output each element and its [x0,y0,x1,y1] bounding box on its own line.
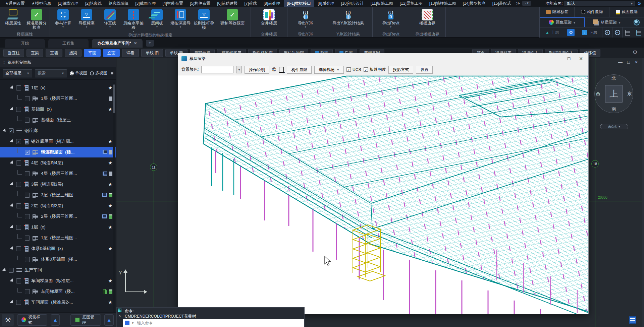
visibility-checkbox[interactable] [9,268,14,273]
tree-panel-toggle-button[interactable] [623,27,633,38]
color-render-button[interactable]: 颜色渲染▾ [540,17,585,27]
export-yjk-results-button[interactable]: (↓)导出YJK设计结果 [326,8,370,25]
tree-row[interactable]: 基础面 (楼层三... [0,115,116,125]
tree-row[interactable]: 钢连廊屋面 (钢连廊...★ [0,136,116,147]
tree-scrollbar[interactable] [113,82,115,312]
favorite-star-icon[interactable]: ★ [108,224,112,230]
tab-active-document[interactable]: 办公室及生产车间*✕ [92,39,143,48]
tree-row[interactable]: 体系0基础面 (楼... [0,254,116,265]
menu-overflow-icon[interactable]: ≫ [515,1,522,6]
ucs-checkbox[interactable]: ✓UCS [346,67,361,72]
close-icon[interactable]: ✕ [118,314,121,318]
doc-panel-toggle-button[interactable] [633,27,644,38]
visibility-checkbox[interactable] [9,128,14,133]
tree-row[interactable]: 2层 (钢连廊2层)★ [0,200,116,211]
toolbar-button[interactable]: 垂直柱 [3,49,24,57]
tree-row[interactable]: 车间梯屋面 (楼... [0,286,116,297]
search-input[interactable]: 搜索▼ [35,69,67,77]
menu-tab[interactable]: [3]截面管理 [132,0,159,7]
copyright-icon[interactable]: © [272,67,276,73]
link-badge-icon[interactable] [102,193,107,197]
compass-south-label[interactable]: 南 [612,106,616,112]
zoom-in-button[interactable]: + [602,27,612,38]
chevron-down-icon[interactable]: ▼ [131,322,134,325]
visibility-checkbox[interactable] [16,300,21,305]
tree-row[interactable]: 1层 (楼层三维图... [0,233,116,243]
favorite-star-icon[interactable]: ★ [108,107,112,112]
drag-grip-icon[interactable]: ⁞⁞ [3,60,6,65]
tab-start[interactable]: 开始 [5,39,45,48]
expand-arrow-icon[interactable] [10,278,14,283]
tree-row[interactable]: 4层 (钢连廊4层)★ [0,157,116,168]
tree-row[interactable]: 车间屋面 (标准层2-...★ [0,297,116,308]
component-visibility-button[interactable]: 构件显隐 [575,7,609,17]
tree-row[interactable]: 2层 (楼层三维图... [0,211,116,222]
tree-row[interactable]: 1层 (楼层三维图... [0,93,116,104]
wall-as-deep-beam-button[interactable]: 墙按深梁导▾ [169,8,192,28]
link-badge-icon[interactable] [102,214,107,218]
join-calc-button[interactable]: 参与计算▾ [52,8,74,28]
command-input[interactable] [136,320,302,326]
floor-settings-button[interactable]: ⚙ [565,27,577,38]
menu-tab[interactable]: [2]轮廓线 [82,0,105,7]
view-cube-compass[interactable]: 北 南 西 东 上 [594,74,633,113]
visibility-checkbox[interactable] [25,193,30,198]
menu-tab[interactable]: [1]轴线管理 [55,0,82,7]
base-map-button[interactable]: 底图管理 [70,314,101,326]
zoom-out-button[interactable]: − [612,27,623,38]
panel-header[interactable]: ⁞⁞视图控制面板 [0,58,116,67]
close-icon[interactable]: ✕ [579,56,583,61]
drag-grip-icon[interactable] [118,309,121,312]
visual-style-expand-button[interactable]: ▲ [51,314,60,326]
close-icon[interactable]: ✕ [134,41,137,46]
expand-arrow-icon[interactable] [10,203,14,208]
green-doc-badge-icon[interactable] [109,289,112,294]
visibility-checkbox[interactable] [25,214,30,219]
visibility-checkbox[interactable] [16,203,21,208]
component-visibility-button[interactable]: 构件显隐 [287,66,312,74]
menu-tab[interactable]: [15]装配式 [489,0,514,7]
single-view-radio[interactable]: 单视图 [70,70,87,76]
chevron-down-icon[interactable]: ▼ [236,66,242,73]
favorite-star-icon[interactable]: ★ [108,139,112,144]
tree-row[interactable]: 生产车间 [0,265,116,275]
link-badge-icon[interactable] [103,150,107,154]
menu-tab[interactable]: [12]梁施工图 [397,0,426,7]
scrollbar-thumb[interactable] [113,84,115,113]
menu-tab[interactable]: [5]构件布置 [187,0,213,7]
menu-tab[interactable]: [9]后处理 [315,0,337,7]
tree-row[interactable]: 车间梯屋面 (标准层...★ [0,275,116,286]
menu-tab[interactable]: [10]初步设计 [338,0,367,7]
visibility-checkbox[interactable] [25,289,30,294]
tree-row[interactable]: 1层 (x)★ [0,82,116,93]
expand-arrow-icon[interactable] [2,128,7,133]
visibility-checkbox[interactable] [16,225,21,230]
menu-tab[interactable]: [14]模型检查 [460,0,489,7]
tools-button[interactable]: ⚒ [2,314,14,326]
tree-row[interactable]: 基础面 (x)★ [0,104,116,115]
restore-icon[interactable]: □ [627,60,630,65]
tab-project-set[interactable]: 工程集 [48,39,89,48]
green-doc-badge-icon[interactable] [109,214,112,219]
menu-tab[interactable]: [8]前处理 [261,0,283,7]
section-visibility-button[interactable]: 截面显隐 [609,7,644,17]
expand-arrow-icon[interactable] [10,246,14,251]
menu-tab[interactable]: 轮廓线编辑 [105,0,131,7]
visibility-checkbox[interactable] [25,257,30,262]
favorite-star-icon[interactable]: ★ [108,160,112,166]
export-yjk-button[interactable]: (↓)导出YJK▾ [289,8,322,28]
force-equiv-section-button[interactable]: ✓强制等效截面 [216,8,249,25]
green-doc-badge-icon[interactable] [109,193,112,197]
menu-tab[interactable]: [7]荷载 [241,0,260,7]
tree-row[interactable]: 3层 (楼层三维图... [0,190,116,200]
merge-floors-button[interactable]: 合并楼层 [253,8,285,25]
visual-style-button[interactable]: 视觉样式 [17,314,47,326]
multi-view-radio[interactable]: 多视图 [90,70,107,76]
tree-row[interactable]: 4层 (楼层三维图... [0,168,116,179]
menu-tab[interactable]: [11]板施工图 [368,0,396,7]
favorite-star-icon[interactable]: ★ [108,85,112,90]
compass-west-label[interactable]: 西 [596,91,600,97]
rigid-bar-button[interactable]: 按刚性杆导模 [193,8,215,30]
compass-top-face[interactable]: 上 [605,85,623,103]
minimize-icon[interactable]: — [618,60,623,65]
